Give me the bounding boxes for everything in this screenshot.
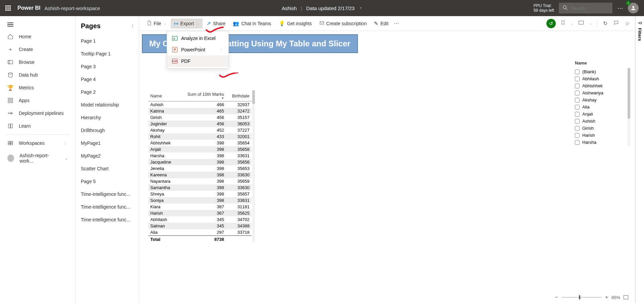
page-item[interactable]: Page 3 — [75, 60, 139, 73]
table-row[interactable]: Anjali39835658 — [148, 146, 252, 153]
global-search[interactable] — [559, 3, 612, 13]
table-row[interactable]: Kareena39833630 — [148, 172, 252, 178]
table-row[interactable]: Nayantara39835659 — [148, 178, 252, 184]
col-name[interactable]: Name — [148, 90, 178, 101]
export-excel-item[interactable]: X Analyze in Excel — [167, 33, 228, 44]
page-item[interactable]: Scatter Chart — [75, 162, 139, 175]
zoom-in-button[interactable]: + — [605, 294, 608, 300]
table-row[interactable]: Salman34534388 — [148, 223, 252, 229]
slicer-item[interactable]: Abhishhek — [575, 82, 627, 89]
slicer-checkbox[interactable] — [575, 126, 580, 131]
page-item[interactable]: Time-intelligence func... — [75, 188, 139, 201]
star-icon[interactable]: ☆ — [624, 19, 631, 28]
name-slicer[interactable]: Name (Blank)AbhilashAbhishhekAishwariyaA… — [575, 60, 627, 303]
slicer-checkbox[interactable] — [575, 140, 580, 145]
view-icon[interactable] — [577, 19, 585, 28]
zoom-out-button[interactable]: − — [555, 294, 558, 300]
table-row[interactable]: Harsha39833631 — [148, 153, 252, 159]
search-input[interactable] — [571, 6, 609, 11]
slicer-checkbox[interactable] — [575, 77, 580, 81]
table-row[interactable]: Joginder45636053 — [148, 121, 252, 127]
slicer-item[interactable]: Harsha — [575, 139, 627, 146]
slicer-item[interactable]: Harish — [575, 132, 627, 139]
refresh-icon[interactable]: ↻ — [602, 19, 609, 28]
slicer-checkbox[interactable] — [575, 112, 580, 117]
table-row[interactable]: Jacqueline39835656 — [148, 159, 252, 165]
nav-workspaces[interactable]: Workspaces〉 — [0, 137, 75, 149]
slicer-item[interactable]: (Blank) — [575, 68, 627, 75]
table-row[interactable]: Rohit43332001 — [148, 133, 252, 140]
slicer-checkbox[interactable] — [575, 91, 580, 95]
page-item[interactable]: Page 4 — [75, 73, 139, 86]
trial-info[interactable]: PPU Trial: 59 days left — [534, 3, 554, 13]
chat-teams-button[interactable]: 👥Chat in Teams — [229, 18, 274, 29]
export-pdf-item[interactable]: PDF PDF — [167, 55, 228, 67]
table-row[interactable]: Shreya39835657 — [148, 191, 252, 197]
page-item[interactable]: Tooltip Page 1 — [75, 47, 139, 60]
table-row[interactable]: Abhilash34534702 — [148, 216, 252, 223]
page-item[interactable]: MyPage2 — [75, 149, 139, 162]
slicer-checkbox[interactable] — [575, 98, 580, 102]
export-powerpoint-item[interactable]: P PowerPoint 〉 — [167, 44, 228, 55]
export-button[interactable]: ↦Export⌄ — [171, 18, 203, 29]
table-row[interactable]: Harish36735625 — [148, 210, 252, 216]
table-row[interactable]: Alia29733718 — [148, 229, 252, 236]
more-icon[interactable]: ⋯ — [617, 4, 623, 12]
col-sum[interactable]: Sum of 10th Marks▼ — [178, 90, 226, 101]
reset-button[interactable]: ↺ — [546, 19, 556, 28]
nav-apps[interactable]: Apps — [0, 94, 75, 107]
comment-icon[interactable] — [612, 19, 620, 28]
table-row[interactable]: Samantha39833630 — [148, 184, 252, 191]
table-row[interactable]: Abhishhek39835654 — [148, 140, 252, 146]
data-table-visual[interactable]: Name Sum of 10th Marks▼ Birthdate Ashish… — [148, 90, 252, 243]
nav-pipelines[interactable]: Deployment pipelines — [0, 107, 75, 120]
table-row[interactable]: Jenelia39835653 — [148, 165, 252, 172]
nav-browse[interactable]: Browse — [0, 56, 75, 69]
collapse-pages-icon[interactable]: 《 — [129, 23, 133, 29]
filters-pane-toggle[interactable]: ◀▮ Filters — [635, 16, 644, 303]
app-launcher-icon[interactable] — [5, 5, 11, 11]
workspace-breadcrumb[interactable]: Ashish-report-workspace — [44, 5, 100, 11]
col-birthdate[interactable]: Birthdate — [226, 90, 252, 101]
page-item[interactable]: Time-intelligence func... — [75, 201, 139, 213]
page-item[interactable]: Model relationship — [75, 98, 139, 111]
page-item[interactable]: Page 5 — [75, 175, 139, 188]
table-row[interactable]: Ashish46632937 — [148, 101, 252, 108]
page-item[interactable]: Time-intelligence func... — [75, 213, 139, 226]
slicer-item[interactable]: Akshay — [575, 96, 627, 103]
bookmark-icon[interactable] — [559, 19, 567, 28]
file-button[interactable]: File⌄ — [143, 18, 170, 29]
page-item[interactable]: Page 1 — [75, 35, 139, 47]
slicer-item[interactable]: Alia — [575, 103, 627, 111]
subscribe-button[interactable]: Create subscription — [316, 18, 370, 29]
table-row[interactable]: Akshay45237227 — [148, 127, 252, 133]
zoom-slider[interactable] — [561, 297, 602, 298]
slicer-checkbox[interactable] — [575, 70, 580, 74]
slicer-item[interactable]: Girish — [575, 125, 627, 132]
page-item[interactable]: MyPage1 — [75, 137, 139, 149]
slicer-item[interactable]: Anjali — [575, 111, 627, 118]
nav-metrics[interactable]: 🏆Metrics — [0, 81, 75, 94]
slicer-scrollbar[interactable] — [628, 68, 630, 146]
table-row[interactable]: Girish45635157 — [148, 114, 252, 121]
nav-home[interactable]: Home — [0, 30, 75, 43]
page-item[interactable]: Hierarchy — [75, 111, 139, 124]
table-row[interactable]: Katrina46532472 — [148, 108, 252, 114]
edit-button[interactable]: ✎Edit — [371, 18, 392, 29]
slicer-checkbox[interactable] — [575, 119, 580, 124]
slicer-item[interactable]: Ashish — [575, 118, 627, 125]
slicer-checkbox[interactable] — [575, 105, 580, 110]
notif-wrap[interactable]: 1 — [628, 3, 639, 13]
nav-current-workspace[interactable]: Ashish-report-work...⌄ — [0, 149, 75, 167]
more-options-icon[interactable]: ⋯ — [392, 19, 400, 28]
share-button[interactable]: ↗Share — [203, 18, 229, 29]
page-item[interactable]: Page 2 — [75, 86, 139, 98]
data-updated-label[interactable]: Data updated 2/17/23 — [306, 5, 355, 11]
nav-create[interactable]: ＋Create — [0, 43, 75, 56]
slicer-checkbox[interactable] — [575, 84, 580, 88]
nav-toggle-button[interactable] — [0, 19, 75, 30]
slicer-checkbox[interactable] — [575, 133, 580, 138]
fit-page-icon[interactable] — [624, 295, 628, 299]
slicer-item[interactable]: Aishwariya — [575, 89, 627, 96]
insights-button[interactable]: 💡Get insights — [275, 18, 315, 29]
